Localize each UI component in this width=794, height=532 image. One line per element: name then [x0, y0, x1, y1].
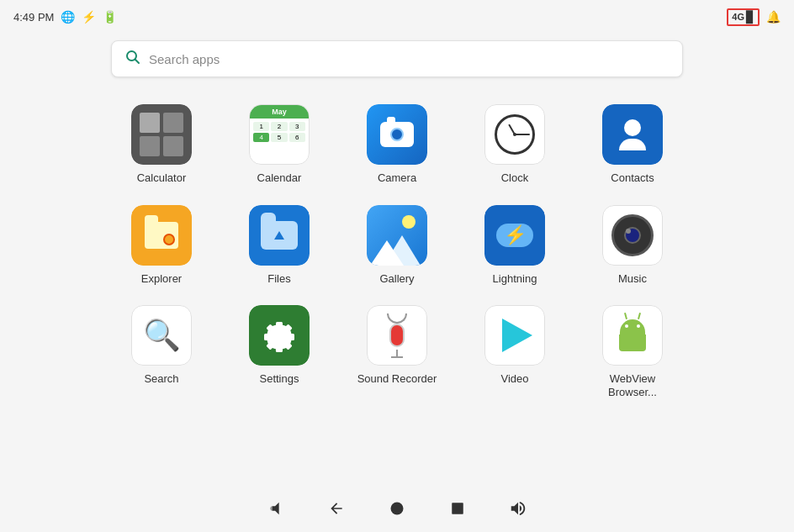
- app-grid: Calculator May 123 456 Calendar: [0, 91, 794, 412]
- app-item-gallery[interactable]: Gallery: [347, 198, 447, 292]
- usb-icon: ⚡: [82, 10, 96, 24]
- app-item-explorer[interactable]: Explorer: [111, 198, 212, 292]
- explorer-label: Explorer: [141, 272, 182, 286]
- gallery-label: Gallery: [379, 272, 414, 286]
- volume-down-button[interactable]: [262, 495, 289, 522]
- search-bar[interactable]: Search apps: [111, 40, 683, 77]
- svg-point-2: [391, 503, 404, 515]
- video-icon: [484, 305, 545, 366]
- music-icon: [602, 205, 663, 266]
- explorer-icon: [131, 205, 192, 266]
- music-label: Music: [618, 272, 647, 286]
- home-button[interactable]: [384, 495, 410, 522]
- lightning-label: Lightning: [493, 272, 537, 286]
- camera-icon: [367, 104, 427, 165]
- status-right: 4G ▊ 🔔: [727, 8, 781, 26]
- app-item-search[interactable]: 🔍 Search: [111, 298, 212, 405]
- app-item-calendar[interactable]: May 123 456 Calendar: [229, 97, 330, 192]
- camera-label: Camera: [378, 171, 416, 185]
- battery-icon: 🔋: [103, 10, 117, 24]
- webview-browser-label: WebView Browser...: [585, 372, 680, 398]
- clock-label: Clock: [501, 171, 529, 185]
- app-item-settings[interactable]: Settings: [229, 298, 330, 405]
- status-bar: 4:49 PM 🌐 ⚡ 🔋 4G ▊ 🔔: [0, 0, 794, 34]
- signal-indicator: 4G ▊: [727, 8, 760, 26]
- app-item-files[interactable]: Files: [229, 198, 330, 292]
- search-container: Search apps: [0, 34, 794, 91]
- app-row-3: 🔍 Search Settings: [111, 298, 683, 405]
- search-label: Search: [144, 372, 178, 386]
- app-row-1: Calculator May 123 456 Calendar: [111, 97, 683, 192]
- back-button[interactable]: [323, 495, 350, 522]
- volume-status-icon: 🔔: [766, 10, 781, 24]
- app-item-clock[interactable]: Clock: [464, 97, 565, 192]
- search-placeholder: Search apps: [149, 52, 220, 66]
- sound-recorder-label: Sound Recorder: [357, 372, 437, 386]
- settings-label: Settings: [260, 372, 299, 386]
- signal-label: 4G: [732, 12, 744, 22]
- calendar-label: Calendar: [257, 171, 302, 185]
- time-display: 4:49 PM: [13, 11, 54, 24]
- sound-recorder-icon: [367, 305, 427, 366]
- app-item-music[interactable]: Music: [582, 198, 683, 292]
- status-left: 4:49 PM 🌐 ⚡ 🔋: [13, 10, 117, 24]
- search-app-icon: 🔍: [131, 305, 192, 366]
- svg-line-1: [135, 59, 140, 63]
- app-row-2: Explorer Files: [111, 198, 683, 292]
- calendar-icon: May 123 456: [249, 104, 310, 165]
- app-item-webview-browser[interactable]: WebView Browser...: [582, 298, 683, 405]
- signal-bars-icon: ▊: [746, 11, 754, 24]
- gear-svg-icon: [261, 317, 298, 354]
- lightning-icon: ⚡: [484, 205, 545, 266]
- globe-icon: 🌐: [61, 10, 75, 24]
- video-label: Video: [500, 372, 528, 386]
- webview-browser-icon: [602, 305, 663, 366]
- svg-rect-3: [452, 503, 463, 514]
- app-item-sound-recorder[interactable]: Sound Recorder: [347, 298, 447, 405]
- bottom-nav: [0, 485, 794, 532]
- gallery-icon: [367, 205, 427, 266]
- files-label: Files: [267, 272, 290, 286]
- calculator-icon: [131, 104, 192, 165]
- settings-icon: [249, 305, 310, 366]
- app-item-calculator[interactable]: Calculator: [111, 97, 212, 192]
- files-icon: [249, 205, 310, 266]
- app-item-video[interactable]: Video: [464, 298, 565, 405]
- recents-button[interactable]: [444, 495, 471, 522]
- volume-up-button[interactable]: [505, 495, 532, 522]
- search-icon: [125, 50, 140, 69]
- contacts-label: Contacts: [611, 171, 654, 185]
- app-item-camera[interactable]: Camera: [347, 97, 447, 192]
- calculator-label: Calculator: [137, 171, 187, 185]
- app-item-lightning[interactable]: ⚡ Lightning: [464, 198, 565, 292]
- clock-icon: [484, 104, 545, 165]
- magnify-icon: 🔍: [143, 318, 181, 353]
- contacts-icon: [602, 104, 663, 165]
- app-item-contacts[interactable]: Contacts: [582, 97, 683, 192]
